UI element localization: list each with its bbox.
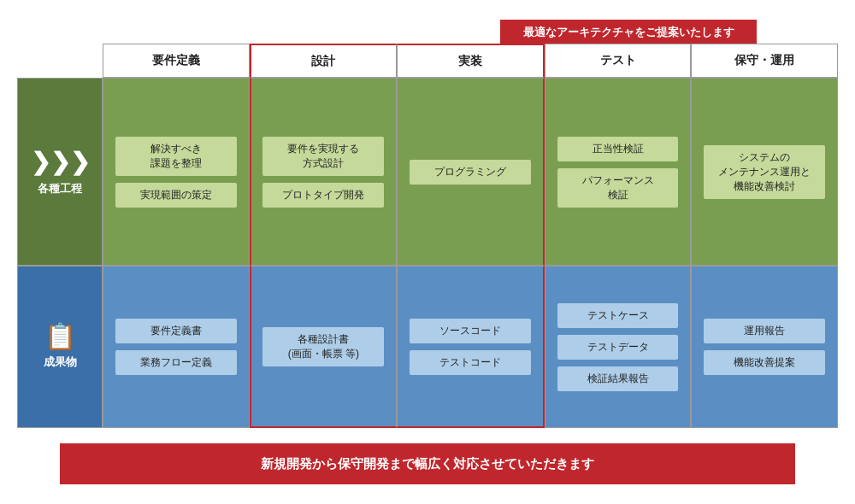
output-impl-item-2: テストコード — [410, 350, 531, 375]
output-test: テストケース テストデータ 検証結果報告 — [545, 266, 692, 428]
header-impl: 実装 — [397, 44, 545, 78]
header-test: テスト — [545, 44, 692, 78]
output-test-item-2: テストデータ — [557, 335, 679, 360]
bottom-banner-container: 新規開発から保守開発まで幅広く対応させていただきます — [17, 443, 838, 484]
process-impl: プログラミング — [397, 78, 545, 266]
process-design-item-1: 要件を実現する方式設計 — [262, 137, 384, 176]
process-requirements: 解決すべき課題を整理 実現範囲の策定 — [103, 78, 250, 266]
output-label: 📋 成果物 — [17, 266, 103, 428]
left-labels: ❯❯❯ 各種工程 📋 成果物 — [17, 44, 103, 428]
process-test-item-1: 正当性検証 — [557, 137, 679, 161]
output-test-item-1: テストケース — [557, 303, 679, 328]
output-maintenance-item-1: 運用報告 — [704, 319, 825, 343]
header-maintenance: 保守・運用 — [691, 44, 838, 78]
grid-area: 要件定義 設計 実装 テスト 保守・運用 解決すべき課題を — [103, 44, 838, 428]
output-impl: ソースコード テストコード — [397, 266, 545, 428]
output-req-item-1: 要件定義書 — [115, 319, 237, 343]
output-test-item-3: 検証結果報告 — [557, 366, 679, 391]
process-impl-item-1: プログラミング — [410, 160, 531, 185]
top-highlight-banner: 最適なアーキテクチャをご提案いたします — [500, 20, 757, 44]
output-maintenance-item-2: 機能改善提案 — [704, 350, 825, 375]
process-table: ❯❯❯ 各種工程 📋 成果物 要件定義 設計 実装 — [17, 44, 838, 428]
output-req-item-2: 業務フロー定義 — [115, 350, 237, 375]
header-design: 設計 — [250, 44, 398, 78]
process-req-item-2: 実現範囲の策定 — [115, 183, 237, 208]
main-container: 最適なアーキテクチャをご提案いたします ❯❯❯ 各種工程 📋 成果物 要件定義 — [17, 11, 838, 493]
process-design: 要件を実現する方式設計 プロトタイプ開発 — [250, 78, 398, 266]
output-row: 要件定義書 業務フロー定義 各種設計書(画面・帳票 等) ソースコード テストコ… — [103, 266, 838, 428]
process-design-item-2: プロトタイプ開発 — [262, 183, 384, 208]
output-maintenance: 運用報告 機能改善提案 — [691, 266, 838, 428]
process-test-item-2: パフォーマンス検証 — [557, 168, 679, 208]
bottom-banner-text: 新規開発から保守開発まで幅広く対応させていただきます — [261, 456, 594, 472]
header-requirements: 要件定義 — [103, 44, 250, 78]
output-design-item-1: 各種設計書(画面・帳票 等) — [262, 327, 384, 366]
process-label-text: 各種工程 — [38, 181, 82, 196]
process-maintenance-item-1: システムのメンテナンス運用と機能改善検討 — [704, 145, 825, 199]
output-icon: 📋 — [44, 324, 76, 349]
process-req-item-1: 解決すべき課題を整理 — [115, 137, 237, 176]
process-icon: ❯❯❯ — [31, 148, 90, 176]
output-requirements: 要件定義書 業務フロー定義 — [103, 266, 250, 428]
process-test: 正当性検証 パフォーマンス検証 — [545, 78, 692, 266]
output-label-text: 成果物 — [44, 355, 77, 370]
process-row: 解決すべき課題を整理 実現範囲の策定 要件を実現する方式設計 プロトタイプ開発 … — [103, 78, 838, 266]
output-impl-item-1: ソースコード — [410, 319, 531, 343]
output-design: 各種設計書(画面・帳票 等) — [250, 266, 398, 428]
header-row: 要件定義 設計 実装 テスト 保守・運用 — [103, 44, 838, 78]
process-maintenance: システムのメンテナンス運用と機能改善検討 — [691, 78, 838, 266]
process-label: ❯❯❯ 各種工程 — [17, 78, 103, 266]
